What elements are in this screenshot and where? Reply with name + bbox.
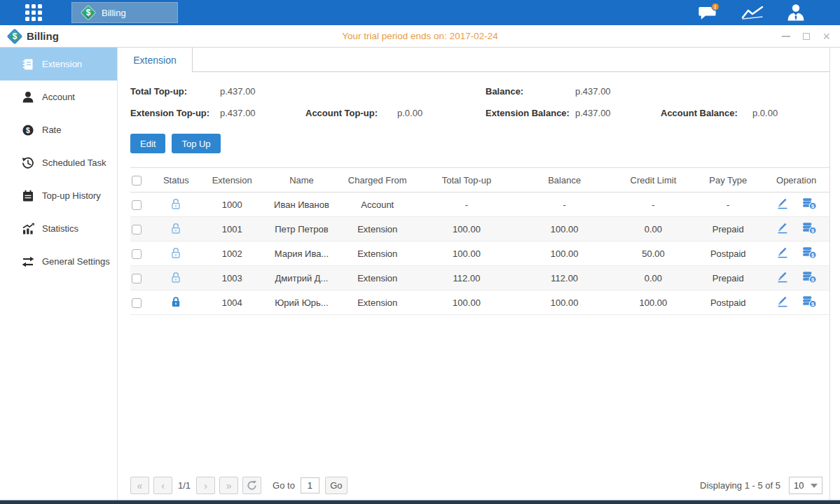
sidebar-item-statistics[interactable]: Statistics <box>0 212 117 245</box>
table-row: 1004 Юрий Юрь... Extension 100.00 100.00… <box>130 290 829 315</box>
cell-charged-from: Account <box>337 192 418 217</box>
cell-pay-type: - <box>693 192 763 217</box>
edit-row-icon[interactable] <box>776 271 789 285</box>
cell-balance: 100.00 <box>516 241 614 266</box>
edit-button[interactable]: Edit <box>130 134 165 153</box>
sidebar-item-label: General Settings <box>42 256 110 267</box>
prev-page-button[interactable]: ‹ <box>153 477 172 494</box>
sidebar-item-rate[interactable]: $ Rate <box>0 113 117 146</box>
page-size-select[interactable]: 10 <box>789 477 822 494</box>
lock-locked-icon[interactable] <box>170 295 182 310</box>
top-up-row-icon[interactable]: $ <box>801 222 817 237</box>
row-checkbox[interactable] <box>132 249 142 259</box>
trial-notice: Your trial period ends on: 2017-02-24 <box>0 31 840 41</box>
row-checkbox[interactable] <box>132 274 142 284</box>
tab-extension[interactable]: Extension <box>118 48 193 72</box>
sidebar-item-scheduled-task[interactable]: Scheduled Task <box>0 146 117 179</box>
sidebar-item-topup-history[interactable]: Top-up History <box>0 179 117 212</box>
last-page-button[interactable]: » <box>219 477 238 494</box>
account-balance-label: Account Balance: <box>661 108 752 118</box>
column-header-extension: Extension <box>198 168 266 192</box>
window-titlebar: $ Billing Your trial period ends on: 201… <box>0 25 840 48</box>
page-size-value: 10 <box>794 480 804 491</box>
first-page-button[interactable]: « <box>130 477 149 494</box>
select-all-checkbox[interactable] <box>132 176 142 186</box>
cell-name: Петр Петров <box>266 217 338 241</box>
edit-row-icon[interactable] <box>776 246 789 260</box>
apps-grid-icon[interactable] <box>25 4 42 21</box>
account-icon <box>22 91 34 104</box>
cell-total-topup: - <box>418 192 516 217</box>
edit-row-icon[interactable] <box>776 197 789 211</box>
extensions-table-wrap: Status Extension Name Charged From Total… <box>130 167 829 315</box>
extension-topup-label: Extension Top-up: <box>130 108 220 118</box>
table-row: 1001 Петр Петров Extension 100.00 100.00… <box>130 217 829 241</box>
goto-label: Go to <box>273 480 295 491</box>
close-button[interactable]: × <box>822 30 830 43</box>
content-area: Extension Account $ Rate <box>0 48 840 500</box>
total-topup-label: Total Top-up: <box>130 86 220 97</box>
billing-dollar-icon: $ <box>81 5 96 20</box>
lock-open-icon[interactable] <box>170 246 182 261</box>
cell-balance: 112.00 <box>516 266 614 290</box>
cell-credit-limit: 0.00 <box>614 217 694 241</box>
cell-extension: 1001 <box>198 217 266 241</box>
cell-pay-type: Prepaid <box>693 266 763 290</box>
topbar-tab-label: Billing <box>102 8 126 18</box>
top-up-row-icon[interactable]: $ <box>801 197 817 212</box>
refresh-button[interactable] <box>242 477 261 494</box>
general-settings-icon <box>22 255 34 268</box>
cell-pay-type: Prepaid <box>693 217 763 241</box>
billing-dollar-icon: $ <box>7 29 22 44</box>
edit-row-icon[interactable] <box>776 222 789 236</box>
next-page-button[interactable]: › <box>196 477 215 494</box>
maximize-button[interactable] <box>803 33 810 40</box>
row-checkbox[interactable] <box>132 225 142 234</box>
tabstrip: Extension <box>118 48 829 72</box>
cell-balance: 100.00 <box>516 217 614 241</box>
window-title-group: $ Billing <box>7 29 59 44</box>
cell-name: Дмитрий Д... <box>266 266 338 290</box>
cell-name: Иван Иванов <box>266 192 338 217</box>
resource-monitor-icon[interactable] <box>741 4 764 22</box>
user-account-icon[interactable] <box>784 4 808 22</box>
window-bottom-edge <box>0 500 840 504</box>
account-topup-label: Account Top-up: <box>305 108 397 118</box>
row-checkbox[interactable] <box>132 200 142 210</box>
lock-open-icon[interactable] <box>170 271 182 286</box>
balance-label: Balance: <box>486 86 575 97</box>
topbar-tab-billing[interactable]: $ Billing <box>71 2 178 23</box>
sidebar-item-general-settings[interactable]: General Settings <box>0 245 117 278</box>
lock-open-icon[interactable] <box>170 197 182 212</box>
cell-charged-from: Extension <box>337 266 418 290</box>
account-topup-value: p.0.00 <box>397 108 422 118</box>
sidebar-item-extension[interactable]: Extension <box>0 48 117 80</box>
goto-page-input[interactable] <box>301 477 319 493</box>
top-up-row-icon[interactable]: $ <box>801 295 817 310</box>
sidebar-item-label: Top-up History <box>42 190 101 201</box>
cell-total-topup: 100.00 <box>418 290 516 315</box>
top-up-row-icon[interactable]: $ <box>801 271 817 286</box>
minimize-button[interactable] <box>782 36 790 37</box>
column-header-name: Name <box>266 168 338 192</box>
edit-row-icon[interactable] <box>776 295 789 309</box>
cell-pay-type: Postpaid <box>693 290 763 315</box>
table-row: 1003 Дмитрий Д... Extension 112.00 112.0… <box>130 266 829 290</box>
main-panel: Extension Total Top-up: p.437.00 Extensi… <box>118 48 840 500</box>
sidebar-item-account[interactable]: Account <box>0 80 117 113</box>
scheduled-task-icon <box>22 157 34 169</box>
table-header-row: Status Extension Name Charged From Total… <box>130 168 829 192</box>
cell-extension: 1000 <box>198 192 266 217</box>
extension-balance-label: Extension Balance: <box>486 108 575 118</box>
cell-charged-from: Extension <box>337 217 418 241</box>
cell-charged-from: Extension <box>337 290 418 315</box>
top-up-row-icon[interactable]: $ <box>801 246 817 261</box>
go-button[interactable]: Go <box>325 477 347 494</box>
lock-open-icon[interactable] <box>170 222 182 237</box>
row-checkbox[interactable] <box>132 298 142 308</box>
balance-value: p.437.00 <box>575 86 611 97</box>
sidebar-item-label: Account <box>42 92 75 102</box>
messages-icon[interactable]: ! <box>697 4 721 22</box>
cell-extension: 1003 <box>198 266 266 290</box>
top-up-button[interactable]: Top Up <box>172 134 220 153</box>
